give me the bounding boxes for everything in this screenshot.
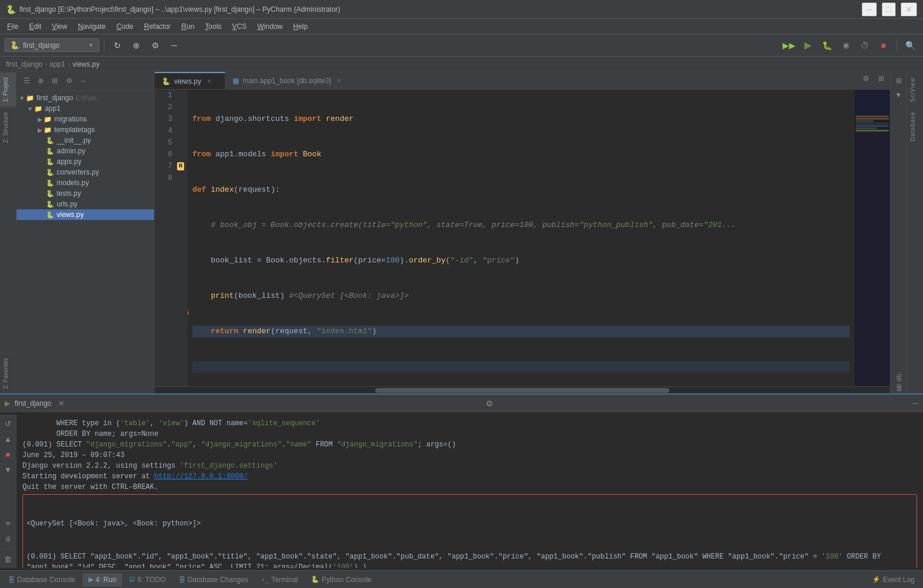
coverage-btn[interactable]: ◉ — [837, 37, 854, 54]
bp-tab-db-console[interactable]: 🗄 Database Console — [2, 573, 81, 586]
run-btn[interactable]: ▶ — [800, 37, 816, 54]
menu-tools[interactable]: Tools — [200, 21, 226, 32]
minimize-btn[interactable]: ─ — [862, 2, 877, 17]
comment-4: # book_obj = Book.objects.create(title="… — [192, 219, 736, 231]
tree-item-tests[interactable]: 🐍 tests.py — [17, 188, 154, 199]
line-num-5: 5 — [158, 137, 172, 149]
tree-item-admin[interactable]: 🐍 admin.py — [17, 146, 154, 156]
tests-label: tests.py — [57, 189, 81, 198]
tab-close-db[interactable]: ✕ — [335, 77, 343, 84]
menu-view[interactable]: View — [47, 21, 72, 32]
gutter-4 — [177, 125, 186, 137]
h-scrollbar[interactable] — [155, 386, 890, 393]
run-minimize-btn[interactable]: ─ — [912, 399, 918, 408]
toolbar-separator-1 — [104, 39, 104, 52]
bc-sep-2: › — [68, 60, 70, 68]
bc-app1[interactable]: app1 — [50, 60, 66, 68]
run-print-btn[interactable]: 🖨 — [2, 532, 15, 545]
menu-refactor[interactable]: Refactor — [139, 21, 175, 32]
minimap — [855, 90, 890, 386]
bc-project[interactable]: first_django — [6, 60, 42, 68]
tree-item-init[interactable]: 🐍 __init__.py — [17, 135, 154, 146]
param-request: request — [238, 184, 271, 196]
db-expand-btn[interactable]: ⊞ — [892, 74, 905, 87]
converters-label: converters.py — [57, 168, 99, 176]
tab-views-py[interactable]: 🐍 views.py ✕ — [155, 72, 225, 89]
menu-vcs[interactable]: VCS — [227, 21, 251, 32]
sync-btn[interactable]: ↻ — [109, 37, 126, 54]
maximize-btn[interactable]: □ — [882, 2, 896, 17]
debug-btn[interactable]: 🐛 — [819, 37, 835, 54]
run-settings-btn[interactable]: ⚙ — [486, 399, 493, 408]
database-label[interactable]: Database — [907, 107, 923, 146]
menu-file[interactable]: File — [2, 21, 23, 32]
stop-btn[interactable]: ■ — [875, 37, 892, 54]
line-num-2: 2 — [158, 101, 172, 113]
bp-tab-todo[interactable]: ☑ 6: TODO — [123, 573, 172, 586]
dev-server-link[interactable]: http://127.0.0.1:8000/ — [154, 472, 247, 481]
run-restart-btn[interactable]: ↺ — [2, 417, 15, 430]
tab-split-btn[interactable]: ⊞ — [875, 72, 888, 85]
line-num-4: 4 — [158, 125, 172, 137]
kw-from-2: from — [192, 149, 211, 160]
bp-tab-event-log[interactable]: ⚡ Event Log — [866, 573, 921, 586]
bp-tab-db-changes[interactable]: 🗄 Database Changes — [173, 573, 254, 586]
panel-structure[interactable]: Z: Structure — [0, 107, 16, 147]
panel-project[interactable]: 1: Project — [0, 72, 16, 107]
kw-from-1: from — [192, 113, 211, 125]
bottom-panel-tabs: 🗄 Database Console ▶ 4: Run ☑ 6: TODO 🗄 … — [0, 570, 923, 588]
tree-item-apps[interactable]: 🐍 apps.py — [17, 156, 154, 167]
tab-settings-btn[interactable]: ⚙ — [859, 72, 872, 85]
settings-btn[interactable]: ⚙ — [147, 37, 163, 54]
close-btn[interactable]: ✕ — [901, 2, 917, 17]
bp-tab-terminal[interactable]: ›_ Terminal — [255, 573, 304, 586]
tree-item-templatetags[interactable]: ▶ 📁 templatetags — [17, 124, 154, 135]
sidebar-btn-list[interactable]: ☰ — [20, 74, 33, 87]
menu-edit[interactable]: Edit — [24, 21, 46, 32]
sciview-label[interactable]: SciView — [907, 72, 923, 107]
sidebar-btn-collapse[interactable]: ⊞ — [48, 74, 61, 87]
code-editor[interactable]: 1 2 3 4 5 6 7 8 — [155, 90, 890, 386]
profile-btn[interactable]: ⏱ — [856, 37, 873, 54]
tree-item-app1[interactable]: ▼ 📁 app1 — [17, 103, 154, 114]
tree-item-migrations[interactable]: ▶ 📁 migrations — [17, 114, 154, 124]
folder-icon-root: 📁 — [26, 94, 34, 102]
bc-views[interactable]: views.py — [73, 60, 100, 68]
search-everywhere-btn[interactable]: 🔍 — [902, 37, 918, 54]
build-btn[interactable]: ▶▶ — [781, 37, 797, 54]
tree-item-root[interactable]: ▼ 📁 first_django E:\Pyth... — [17, 93, 154, 103]
sidebar-btn-sync[interactable]: ⊕ — [34, 74, 47, 87]
code-content[interactable]: from django.shortcuts import render from… — [188, 90, 855, 386]
run-stop-btn[interactable]: ■ — [2, 448, 15, 461]
h-scroll-thumb[interactable] — [375, 388, 669, 393]
bp-tab-run[interactable]: ▶ 4: Run — [83, 573, 122, 586]
add-btn[interactable]: ⊕ — [128, 37, 145, 54]
py-icon-converters: 🐍 — [46, 169, 54, 176]
panel-favorites[interactable]: 2: Favorites — [0, 353, 16, 393]
run-trash-btn[interactable]: 🗑 — [2, 553, 15, 566]
bp-tab-python-console[interactable]: 🐍 Python Console — [305, 573, 378, 586]
run-wrap-btn[interactable]: ≡ — [2, 517, 15, 530]
tab-db[interactable]: ▦ main.app1_book [db.sqlite3] ✕ — [225, 72, 351, 89]
tab-close-views[interactable]: ✕ — [205, 77, 213, 85]
sidebar-btn-minimize[interactable]: ─ — [77, 74, 90, 87]
sidebar-btn-settings[interactable]: ⚙ — [63, 74, 76, 87]
kw-import-2: import — [271, 149, 299, 160]
menu-window[interactable]: Window — [253, 21, 287, 32]
menu-navigate[interactable]: Navigate — [73, 21, 110, 32]
db-collapse-btn[interactable]: ▼ — [892, 88, 905, 101]
run-scroll-up-btn[interactable]: ▲ — [2, 432, 15, 445]
code-text-1a: django.shortcuts — [211, 113, 293, 125]
tree-item-urls[interactable]: 🐍 urls.py — [17, 199, 154, 209]
tree-item-views[interactable]: 🐍 views.py — [17, 209, 154, 220]
minimize-panel-btn[interactable]: ─ — [166, 37, 182, 54]
db-right-label[interactable]: 🗄 db. — [895, 366, 902, 391]
tree-item-models[interactable]: 🐍 models.py — [17, 178, 154, 188]
run-scroll-down-btn[interactable]: ▼ — [2, 463, 15, 476]
menu-code[interactable]: Code — [112, 21, 138, 32]
project-selector[interactable]: 🐍 first_django ▼ — [5, 38, 99, 52]
menu-help[interactable]: Help — [289, 21, 313, 32]
run-tab-close[interactable]: ✕ — [56, 398, 67, 409]
menu-run[interactable]: Run — [176, 21, 199, 32]
tree-item-converters[interactable]: 🐍 converters.py — [17, 167, 154, 178]
